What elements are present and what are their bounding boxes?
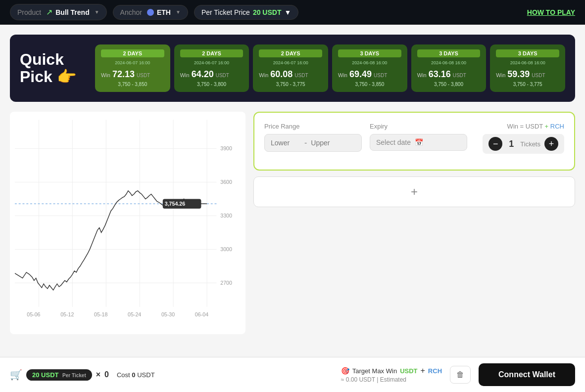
top-navigation: Product ↗ Bull Trend ▼ Anchor ETH ▼ Per … bbox=[0, 0, 585, 25]
quick-pick-cards: 2 DAYS 2024-06-07 16:00 Win 72.13 USDT 3… bbox=[95, 44, 565, 92]
win-label: Win bbox=[417, 72, 427, 78]
svg-text:05-30: 05-30 bbox=[161, 311, 175, 317]
tickets-label: Tickets bbox=[520, 140, 540, 148]
anchor-selector[interactable]: Anchor ETH ▼ bbox=[113, 5, 188, 20]
main-content: Quick Pick 👉 2 DAYS 2024-06-07 16:00 Win… bbox=[0, 25, 585, 392]
lower-section: 3900 3600 3300 3000 2700 05-06 05-12 05-… bbox=[10, 112, 575, 334]
target-label: Target Max Win bbox=[352, 367, 397, 375]
win-row: Win 63.16 USDT bbox=[417, 69, 481, 80]
right-panel: Price Range - Expiry Select date 📅 bbox=[253, 112, 575, 207]
svg-text:05-18: 05-18 bbox=[94, 311, 107, 317]
cost-value: 0 bbox=[132, 371, 135, 379]
win-amount: 64.20 bbox=[192, 69, 214, 80]
days-badge: 3 DAYS bbox=[417, 49, 481, 57]
svg-text:3600: 3600 bbox=[220, 179, 232, 185]
target-rch: RCH bbox=[428, 367, 442, 375]
win-amount: 72.13 bbox=[112, 69, 135, 80]
product-label: Product bbox=[17, 8, 41, 16]
anchor-value: ETH bbox=[157, 8, 171, 16]
cart-icon: 🛒 bbox=[10, 369, 22, 381]
estimated-text: ≈ 0.00 USDT | Estimated bbox=[341, 376, 406, 383]
quick-pick-card-4[interactable]: 3 DAYS 2024-06-08 16:00 Win 63.16 USDT 3… bbox=[411, 44, 487, 92]
cart-area: 🛒 20 USDT Per Ticket × 0 bbox=[10, 369, 109, 381]
date-input-row[interactable]: Select date 📅 bbox=[370, 134, 467, 151]
date-text: 2024-06-07 16:00 bbox=[180, 60, 244, 65]
target-usdt: USDT bbox=[400, 367, 417, 375]
range-text: 3,750 - 3,800 bbox=[417, 82, 481, 87]
days-badge: 3 DAYS bbox=[496, 49, 559, 57]
days-badge: 2 DAYS bbox=[180, 49, 244, 57]
connect-wallet-button[interactable]: Connect Wallet bbox=[479, 363, 575, 386]
range-separator: - bbox=[304, 138, 307, 147]
win-row: Win 72.13 USDT bbox=[101, 69, 164, 80]
win-currency: USDT bbox=[137, 73, 150, 78]
date-text: 2024-06-07 16:00 bbox=[259, 60, 322, 65]
price-tag: 20 USDT Per Ticket bbox=[26, 369, 92, 381]
quick-pick-card-5[interactable]: 3 DAYS 2024-06-08 16:00 Win 59.39 USDT 3… bbox=[490, 44, 565, 92]
product-value: Bull Trend bbox=[55, 8, 89, 16]
expiry-section: Expiry Select date 📅 bbox=[370, 123, 467, 151]
range-text: 3,750 - 3,775 bbox=[259, 82, 322, 87]
calendar-icon[interactable]: 📅 bbox=[415, 138, 423, 146]
svg-text:3000: 3000 bbox=[220, 246, 232, 252]
product-selector[interactable]: Product ↗ Bull Trend ▼ bbox=[10, 4, 107, 20]
target-row: 🎯 Target Max Win USDT + RCH bbox=[341, 366, 442, 375]
lower-input[interactable] bbox=[271, 139, 300, 147]
increase-tickets-button[interactable]: + bbox=[544, 137, 558, 151]
price-range-card: Price Range - Expiry Select date 📅 bbox=[253, 112, 575, 171]
price-chart: 3900 3600 3300 3000 2700 05-06 05-12 05-… bbox=[15, 117, 241, 329]
per-ticket-selector[interactable]: Per Ticket Price 20 USDT ▼ bbox=[194, 5, 298, 20]
trash-button[interactable]: 🗑 bbox=[450, 366, 471, 384]
quick-pick-label: Quick Pick 👉 bbox=[20, 44, 89, 92]
quick-pick-card-3[interactable]: 3 DAYS 2024-06-08 16:00 Win 69.49 USDT 3… bbox=[332, 44, 407, 92]
expiry-label: Expiry bbox=[370, 123, 467, 130]
win-currency: USDT bbox=[216, 73, 229, 78]
win-row: Win 60.08 USDT bbox=[259, 69, 322, 80]
svg-text:05-24: 05-24 bbox=[128, 311, 141, 317]
win-display: Win = USDT + RCH bbox=[507, 123, 564, 130]
win-label: Win bbox=[338, 72, 347, 78]
decrease-tickets-button[interactable]: − bbox=[488, 137, 502, 151]
win-label: Win bbox=[496, 72, 505, 78]
quick-pick-card-0[interactable]: 2 DAYS 2024-06-07 16:00 Win 72.13 USDT 3… bbox=[95, 44, 170, 92]
win-currency: USDT bbox=[374, 73, 387, 78]
per-ticket-value: 20 USDT bbox=[253, 8, 282, 16]
quick-pick-card-1[interactable]: 2 DAYS 2024-06-07 16:00 Win 64.20 USDT 3… bbox=[174, 44, 249, 92]
card-row-inputs: Price Range - Expiry Select date 📅 bbox=[264, 123, 564, 154]
range-text: 3,750 - 3,850 bbox=[101, 82, 164, 87]
bottom-bar: 🛒 20 USDT Per Ticket × 0 Cost 0 USDT 🎯 T… bbox=[0, 357, 585, 392]
date-text: 2024-06-08 16:00 bbox=[496, 60, 559, 65]
chart-container: 3900 3600 3300 3000 2700 05-06 05-12 05-… bbox=[15, 117, 241, 329]
days-badge: 3 DAYS bbox=[338, 49, 401, 57]
cost-label: Cost bbox=[117, 371, 130, 379]
how-to-play-link[interactable]: HOW TO PLAY bbox=[527, 8, 575, 16]
price-range-label: Price Range bbox=[264, 123, 362, 130]
per-ticket-tag: Per Ticket bbox=[62, 373, 86, 378]
win-label: Win bbox=[180, 72, 190, 78]
ticket-count: 1 bbox=[506, 139, 516, 149]
quick-pick-card-2[interactable]: 2 DAYS 2024-06-07 16:00 Win 60.08 USDT 3… bbox=[253, 44, 328, 92]
win-label: Win bbox=[259, 72, 268, 78]
svg-text:06-04: 06-04 bbox=[195, 311, 208, 317]
target-section: 🎯 Target Max Win USDT + RCH ≈ 0.00 USDT … bbox=[341, 366, 442, 383]
cost-currency: USDT bbox=[137, 371, 154, 379]
date-text: 2024-06-08 16:00 bbox=[338, 60, 401, 65]
select-date-text: Select date bbox=[376, 138, 411, 146]
svg-text:3900: 3900 bbox=[220, 145, 232, 151]
svg-text:2700: 2700 bbox=[220, 280, 232, 286]
svg-text:05-12: 05-12 bbox=[60, 311, 74, 317]
range-text: 3,750 - 3,850 bbox=[338, 82, 401, 87]
svg-text:3,754.26: 3,754.26 bbox=[165, 201, 186, 207]
win-section: Win = USDT + RCH − 1 Tickets + bbox=[475, 123, 564, 154]
upper-input[interactable] bbox=[311, 139, 341, 147]
add-row-button[interactable]: + bbox=[253, 176, 575, 207]
svg-text:3300: 3300 bbox=[220, 213, 232, 218]
target-plus: + bbox=[421, 366, 425, 375]
price-tag-value: 20 USDT bbox=[32, 371, 58, 379]
anchor-chevron-icon: ▼ bbox=[176, 9, 181, 15]
target-icon: 🎯 bbox=[341, 367, 349, 375]
chart-area: 3900 3600 3300 3000 2700 05-06 05-12 05-… bbox=[10, 112, 245, 334]
trend-icon: ↗ bbox=[46, 7, 52, 17]
win-currency: USDT bbox=[532, 73, 545, 78]
price-range-input-row[interactable]: - bbox=[264, 134, 362, 152]
